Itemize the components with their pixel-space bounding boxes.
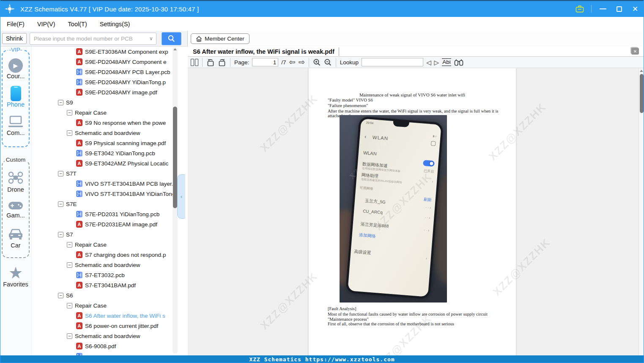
tree-item[interactable]: AS6 After water inflow, the WiFi s: [32, 311, 178, 321]
tree-item[interactable]: S7-ET3032.pcb: [32, 270, 178, 280]
tree-group[interactable]: −Schematic and boardview: [32, 331, 178, 341]
phone-screen: 20:04 ▮▭ ‹ WLAN WLAN 数据网络加速 使用移动数据网络提升网络…: [348, 118, 441, 297]
collapse-icon[interactable]: −: [67, 242, 72, 248]
sidebar-item-car[interactable]: Car: [3, 228, 29, 249]
zoom-out-icon[interactable]: [324, 58, 332, 66]
tree-group[interactable]: −S7: [32, 229, 178, 239]
lookup-input[interactable]: [362, 58, 423, 66]
tree-item[interactable]: AS9 No response when the powe: [32, 118, 178, 128]
tree-group[interactable]: −Repair Case: [32, 239, 178, 250]
sidebar-item-computer[interactable]: Com...: [3, 115, 29, 136]
network-icons: ∙ ∙ ›: [424, 228, 430, 233]
collapse-icon[interactable]: −: [58, 100, 63, 105]
collapse-icon[interactable]: −: [67, 262, 72, 268]
collapse-icon[interactable]: −: [58, 171, 63, 176]
tree-item[interactable]: S9-ET3042 YiDianTong.pcb: [32, 148, 178, 158]
search-input[interactable]: [30, 33, 156, 44]
pcb-file-icon: [76, 353, 82, 355]
menu-bar: File(F) VIP(V) Tool(T) Settings(S): [0, 17, 644, 31]
tree-item-label: S6: [66, 292, 73, 299]
pcb-file-icon: [76, 180, 82, 187]
svg-text:A: A: [78, 323, 81, 328]
tree-item-label: S7E-PD2031 YiDianTong.pcb: [85, 211, 159, 217]
viewer-scrollbar-thumb[interactable]: [640, 74, 644, 113]
tree-item[interactable]: AS9-ET3042AMZ Physical Locatic: [32, 158, 178, 168]
tree-item[interactable]: S9E-PD2048AMY PCB Layer.pcb: [32, 67, 178, 77]
document-line: [Fault Analysis]: [328, 306, 512, 311]
tab-active[interactable]: S6 After water inflow, the WiFi signal i…: [188, 48, 334, 55]
document-line: "Failure phenomenon": [328, 103, 512, 108]
collapse-icon[interactable]: −: [67, 333, 72, 339]
tree-item[interactable]: AS7 charging does not respond.p: [32, 250, 178, 260]
tree-group[interactable]: −S7E: [32, 199, 178, 209]
maximize-button[interactable]: [614, 3, 624, 14]
close-tab-icon[interactable]: ✕: [631, 48, 639, 55]
collapse-icon[interactable]: −: [67, 130, 72, 136]
member-center-label: Member Center: [205, 36, 244, 42]
close-button[interactable]: ✕: [630, 3, 640, 14]
find-next-icon[interactable]: ▷: [434, 59, 439, 66]
zoom-in-icon[interactable]: [313, 58, 321, 66]
sidebar-item-game[interactable]: Gam...: [3, 201, 29, 219]
next-page-icon[interactable]: ⇨: [299, 58, 305, 66]
tree-group[interactable]: −S6: [32, 290, 178, 300]
tree-item[interactable]: AS6-9008.pdf: [32, 341, 178, 351]
rotate-left-icon[interactable]: [206, 58, 215, 66]
pdf-viewer[interactable]: Maintenance of weak signal of VIVO S6 wa…: [188, 68, 644, 355]
tree-item[interactable]: S9E-PD2048AMY YiDianTong.p: [32, 77, 178, 87]
pcb-file-icon: [76, 79, 82, 85]
tree-group[interactable]: −Schematic and boardview: [32, 260, 178, 270]
sidebar-item-favorites[interactable]: ★ Favorites: [0, 265, 31, 288]
tree-item[interactable]: AS9E-ET3036AM Component exp: [32, 47, 178, 57]
tree-scrollbar-thumb[interactable]: [173, 107, 177, 208]
search-button[interactable]: [162, 32, 181, 45]
collapse-icon[interactable]: −: [58, 201, 63, 207]
tree-item[interactable]: S7E-PD2031 YiDianTong.pcb: [32, 209, 178, 219]
sidebar-item-phone[interactable]: Phone: [3, 86, 29, 108]
document-title: Maintenance of weak signal of VIVO S6 wa…: [309, 92, 516, 97]
tree-item[interactable]: [32, 351, 178, 355]
chevron-down-icon[interactable]: ∨: [149, 36, 153, 41]
scroll-up-icon[interactable]: [173, 48, 177, 50]
tree-item[interactable]: AS6 power-on current jitter.pdf: [32, 321, 178, 331]
tree-item[interactable]: VIVO S7T-ET3041BAM PCB layer.pc: [32, 179, 178, 189]
tree-group[interactable]: −S9: [32, 97, 178, 107]
collapse-icon[interactable]: −: [67, 110, 72, 116]
menu-tool[interactable]: Tool(T): [68, 21, 87, 28]
tree-item[interactable]: AS7-ET3041BAM.pdf: [32, 280, 178, 290]
tree-item[interactable]: AS9E-PD2048AMY Component e: [32, 57, 178, 67]
collapse-icon[interactable]: −: [58, 293, 63, 298]
tree-group[interactable]: −Repair Case: [32, 300, 178, 311]
tree-item[interactable]: AS7E-PD2031EAM image.pdf: [32, 219, 178, 229]
sidebar-item-drone[interactable]: Drone: [3, 171, 29, 193]
tree-item[interactable]: AS9E-PD2048AMY image.pdf: [32, 87, 178, 97]
shrink-button[interactable]: Shrink: [2, 33, 27, 44]
collapse-icon[interactable]: −: [67, 303, 72, 308]
tree-group[interactable]: −Repair Case: [32, 107, 178, 118]
menu-settings[interactable]: Settings(S): [100, 21, 130, 28]
model-search-combo[interactable]: ∨: [30, 33, 156, 45]
vip-briefcase-icon[interactable]: [575, 3, 584, 14]
menu-vip[interactable]: VIP(V): [37, 21, 55, 28]
tree-item-label: S7T: [66, 170, 77, 177]
match-case-toggle[interactable]: Abi: [442, 58, 451, 66]
find-previous-icon[interactable]: ◁: [426, 59, 431, 66]
tree-group[interactable]: −S7T: [32, 168, 178, 179]
viewer-scrollbar[interactable]: [639, 68, 644, 355]
rotate-right-icon[interactable]: [218, 58, 226, 66]
refresh-label: 刷新: [423, 197, 432, 203]
binoculars-icon[interactable]: [454, 59, 463, 66]
member-center-button[interactable]: Member Center: [191, 33, 249, 44]
two-page-view-icon[interactable]: [191, 59, 198, 66]
sidebar-item-course[interactable]: ▶ Cour...: [3, 58, 29, 80]
panel-collapse-handle[interactable]: ‹: [177, 174, 185, 219]
scroll-up-icon[interactable]: [640, 70, 643, 72]
tree-item[interactable]: AS9 Physical scanning image.pdf: [32, 138, 178, 148]
minimize-button[interactable]: [598, 3, 608, 14]
previous-page-icon[interactable]: ⇦: [289, 58, 296, 66]
tree-group[interactable]: −Schematic and boardview: [32, 128, 178, 138]
tree-item[interactable]: VIVO S7T-ET3041BAM YiDianTong: [32, 189, 178, 199]
collapse-icon[interactable]: −: [58, 232, 63, 237]
page-number-input[interactable]: [252, 58, 278, 66]
menu-file[interactable]: File(F): [7, 21, 25, 28]
